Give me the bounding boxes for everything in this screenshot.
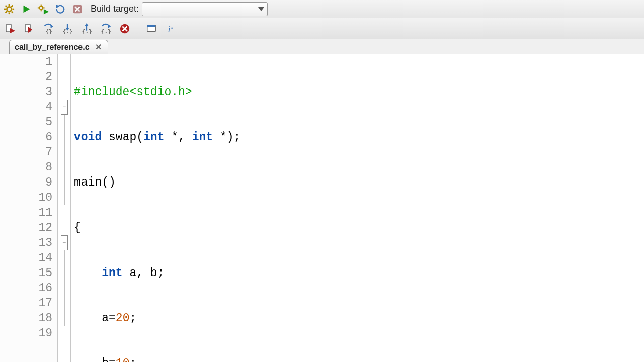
debug-start-icon[interactable] [2, 21, 18, 37]
line-number: 16 [0, 281, 52, 296]
abort-icon [70, 2, 85, 16]
step-into-icon[interactable]: {.} [59, 21, 75, 37]
svg-rect-38 [147, 25, 156, 27]
svg-marker-30 [85, 23, 88, 26]
line-number: 13 [0, 235, 52, 250]
line-number: 18 [0, 311, 52, 326]
line-number: 15 [0, 265, 52, 281]
build-target-label: Build target: [91, 4, 139, 14]
line-number: 7 [0, 145, 52, 160]
editor-tab-bar: call_by_reference.c ✕ [0, 39, 644, 54]
line-number: 8 [0, 160, 52, 175]
line-number: 6 [0, 130, 52, 145]
svg-line-7 [6, 11, 7, 13]
line-number: 11 [0, 205, 52, 220]
line-number: 1 [0, 54, 52, 69]
next-instr-icon[interactable]: {.} [98, 21, 114, 37]
svg-marker-16 [56, 4, 59, 8]
svg-text:{.}: {.} [82, 28, 92, 34]
svg-text:i: i [168, 24, 171, 34]
svg-marker-21 [10, 28, 15, 33]
code-line: void swap(int *, int *); [74, 130, 644, 145]
line-number: 19 [0, 326, 52, 341]
fold-toggle-icon[interactable]: − [61, 235, 68, 250]
line-number-gutter: 12345678910111213141516171819 [0, 54, 58, 362]
build-target-combo[interactable] [142, 2, 268, 16]
svg-marker-9 [24, 5, 30, 13]
code-line: b=10; [74, 356, 644, 362]
line-number: 14 [0, 250, 52, 265]
svg-point-10 [39, 6, 43, 10]
fold-gutter: −− [58, 54, 71, 362]
toolbar-divider [138, 21, 138, 36]
svg-line-5 [6, 5, 7, 7]
code-area[interactable]: #include<stdio.h> void swap(int *, int *… [71, 54, 644, 362]
close-icon[interactable]: ✕ [95, 43, 103, 51]
svg-marker-32 [108, 24, 111, 28]
debug-windows-icon[interactable] [143, 21, 159, 37]
svg-point-0 [7, 7, 11, 11]
rebuild-icon[interactable] [53, 2, 67, 16]
build-and-run-icon[interactable] [36, 2, 50, 16]
svg-text:{.}: {.} [101, 28, 111, 34]
code-line: int a, b; [74, 265, 644, 281]
chevron-down-icon [258, 7, 264, 11]
line-number: 12 [0, 220, 52, 235]
tab-filename: call_by_reference.c [15, 43, 90, 52]
line-number: 2 [0, 69, 52, 84]
svg-text:{}: {} [46, 28, 52, 34]
fold-toggle-icon[interactable]: − [61, 100, 68, 115]
toolbar-debug: {} {.} {.} {.} i• [0, 18, 644, 39]
play-icon[interactable] [19, 2, 33, 16]
line-number: 17 [0, 296, 52, 311]
line-number: 10 [0, 190, 52, 205]
next-line-icon[interactable]: {} [40, 21, 56, 37]
code-line: #include<stdio.h> [74, 84, 644, 100]
editor-tab[interactable]: call_by_reference.c ✕ [9, 40, 108, 54]
info-icon[interactable]: i• [163, 21, 179, 37]
svg-marker-15 [44, 9, 49, 14]
code-line: main() [74, 175, 644, 190]
run-to-cursor-icon[interactable] [21, 21, 37, 37]
line-number: 3 [0, 84, 52, 100]
line-number: 4 [0, 100, 52, 115]
stop-debug-icon[interactable] [117, 21, 133, 37]
line-number: 9 [0, 175, 52, 190]
svg-marker-24 [51, 24, 54, 28]
svg-line-8 [12, 5, 13, 7]
step-out-icon[interactable]: {.} [78, 21, 95, 37]
line-number: 5 [0, 115, 52, 130]
code-editor[interactable]: 12345678910111213141516171819 −− #includ… [0, 54, 644, 362]
code-line: { [74, 220, 644, 235]
svg-text:•: • [171, 25, 173, 30]
gear-icon[interactable] [2, 2, 16, 16]
svg-line-6 [12, 11, 13, 13]
code-line: a=20; [74, 311, 644, 326]
svg-text:{.}: {.} [63, 28, 73, 34]
toolbar-build: Build target: [0, 0, 644, 18]
